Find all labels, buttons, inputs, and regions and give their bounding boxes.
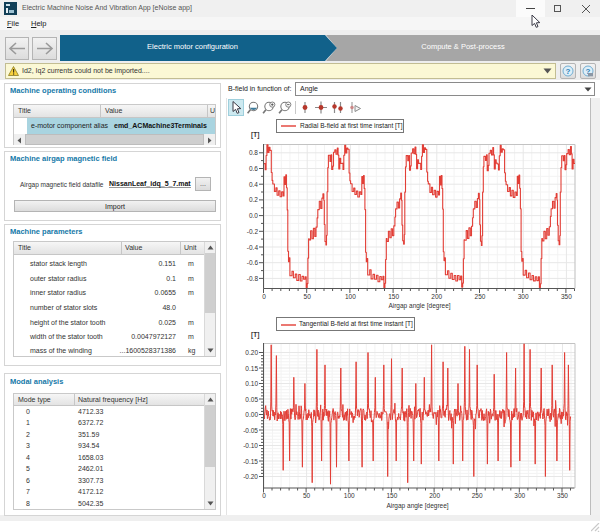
svg-text:?: ?	[566, 67, 571, 76]
